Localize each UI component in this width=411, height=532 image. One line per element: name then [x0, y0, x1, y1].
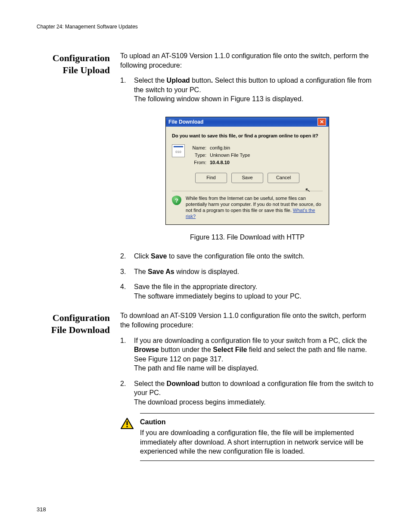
side-heading-download: Configuration File Download [37, 311, 110, 336]
dialog-info-row: Name: config.bin Type: Unknown File Type… [172, 144, 323, 166]
dialog-title-text: File Download [168, 117, 203, 127]
dialog-footer-text: While files from the Internet can be use… [186, 196, 323, 219]
list-item: 2. Click Save to save the configuration … [120, 252, 374, 261]
upload-steps-cont: 2. Click Save to save the configuration … [120, 252, 374, 301]
download-steps: 1. If you are downloading a configuratio… [120, 336, 374, 407]
kv-key: Name: [189, 145, 206, 151]
section-download: Configuration File Download To download … [37, 311, 374, 461]
caution-title: Caution [140, 417, 374, 427]
step-number: 1. [120, 336, 128, 373]
list-item: 1. If you are downloading a configuratio… [120, 336, 374, 373]
page: Chapter 24: Management Software Updates … [0, 0, 411, 532]
svg-rect-2 [127, 426, 128, 427]
find-button[interactable]: Find [195, 173, 227, 183]
heading-line2: File Upload [63, 65, 110, 75]
file-icon [172, 144, 185, 157]
heading-line1: Configuration [53, 312, 110, 323]
section-upload: Configuration File Upload To upload an A… [37, 51, 374, 307]
step-text: Save the file in the appropriate directo… [134, 282, 374, 301]
upload-steps: 1. Select the Upload button. Select this… [120, 76, 374, 104]
dialog-body: Do you want to save this file, or find a… [166, 127, 329, 224]
figure-dialog-wrap: File Download ✕ Do you want to save this… [120, 117, 374, 225]
step-number: 3. [120, 267, 128, 277]
save-button[interactable]: Save [231, 173, 263, 183]
caution-text: Caution If you are downloading a configu… [140, 417, 374, 456]
page-number: 318 [37, 506, 46, 513]
step-text: Select the Download button to download a… [134, 379, 374, 407]
heading-line1: Configuration [53, 53, 110, 63]
list-item: 4. Save the file in the appropriate dire… [120, 282, 374, 301]
figure-caption: Figure 113. File Download with HTTP [120, 233, 374, 242]
heading-line2: File Download [51, 324, 110, 335]
dialog-kv: Name: config.bin Type: Unknown File Type… [189, 144, 323, 166]
side-heading-upload: Configuration File Upload [37, 51, 110, 76]
kv-value: 10.4.8.10 [210, 159, 230, 166]
cursor-icon: ↖ [304, 185, 311, 195]
download-body: To download an AT-S109 Version 1.1.0 con… [120, 311, 374, 461]
step-number: 1. [120, 76, 128, 104]
caution-rule-top [140, 413, 374, 414]
kv-key: Type: [189, 152, 206, 159]
shield-icon [172, 196, 181, 205]
kv-name: Name: config.bin [189, 144, 323, 152]
cancel-button[interactable]: Cancel [268, 173, 299, 183]
caution-body-text: If you are downloading a configuration f… [140, 428, 374, 456]
step-number: 2. [120, 252, 128, 261]
caution-rule-bottom [140, 460, 374, 461]
list-item: 1. Select the Upload button. Select this… [120, 76, 374, 104]
warning-triangle-icon [120, 417, 134, 456]
list-item: 3. The Save As window is displayed. [120, 267, 374, 277]
svg-rect-1 [127, 421, 128, 425]
upload-body: To upload an AT-S109 Version 1.1.0 confi… [120, 51, 374, 307]
close-button[interactable]: ✕ [318, 118, 326, 126]
list-item: 2. Select the Download button to downloa… [120, 379, 374, 407]
running-head: Chapter 24: Management Software Updates [37, 24, 374, 30]
step-text: The Save As window is displayed. [134, 267, 374, 277]
kv-type: Type: Unknown File Type [189, 152, 323, 159]
dialog-footer: ↖ While files from the Internet can be u… [172, 191, 323, 221]
download-intro: To download an AT-S109 Version 1.1.0 con… [120, 311, 374, 330]
caution-body: Caution If you are downloading a configu… [120, 414, 374, 460]
upload-intro: To upload an AT-S109 Version 1.1.0 confi… [120, 51, 374, 70]
step-number: 2. [120, 379, 128, 407]
close-icon: ✕ [320, 117, 324, 127]
step-text: If you are downloading a configuration f… [134, 336, 374, 373]
dialog-titlebar: File Download ✕ [166, 117, 329, 127]
kv-from: From: 10.4.8.10 [189, 159, 323, 166]
step-number: 4. [120, 282, 128, 301]
kv-value: config.bin [210, 145, 230, 151]
step-text: Click Save to save the configuration fil… [134, 252, 374, 261]
dialog-question: Do you want to save this file, or find a… [172, 133, 323, 139]
file-download-dialog: File Download ✕ Do you want to save this… [165, 117, 329, 225]
caution-block: Caution If you are downloading a configu… [120, 413, 374, 461]
kv-key: From: [189, 159, 206, 166]
kv-value: Unknown File Type [210, 152, 250, 159]
dialog-buttons: Find Save Cancel [172, 173, 323, 183]
step-text: Select the Upload button. Select this bu… [134, 76, 374, 104]
